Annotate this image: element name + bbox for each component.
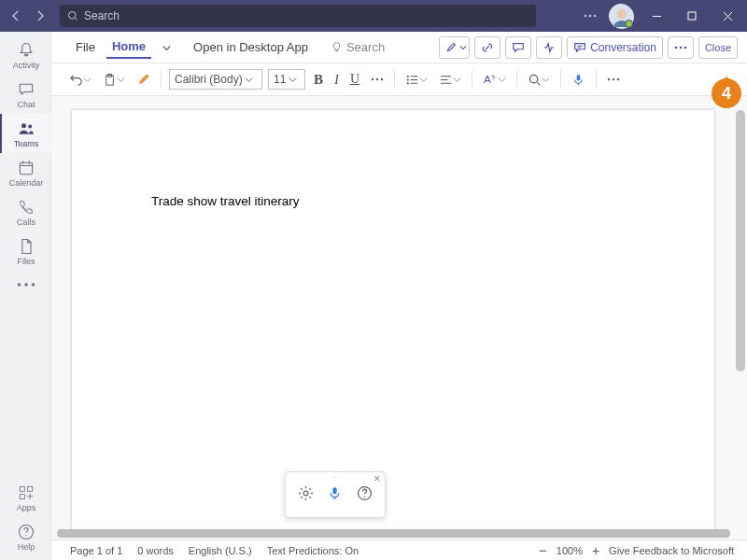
document-text[interactable]: Trade show travel itinerary bbox=[72, 110, 714, 208]
rail-calendar[interactable]: Calendar bbox=[0, 153, 51, 192]
zoom-level[interactable]: 100% bbox=[557, 545, 583, 556]
font-family-select[interactable]: Calibri (Body) bbox=[169, 69, 262, 90]
dictate-mic[interactable] bbox=[327, 485, 343, 505]
status-page[interactable]: Page 1 of 1 bbox=[70, 545, 122, 556]
rail-files[interactable]: Files bbox=[0, 231, 51, 271]
svg-point-1 bbox=[585, 15, 587, 18]
search-placeholder: Search bbox=[84, 9, 120, 22]
conversation-icon bbox=[573, 41, 586, 54]
more-options-icon[interactable] bbox=[575, 14, 605, 18]
rail-apps[interactable]: Apps bbox=[0, 478, 51, 517]
phone-icon bbox=[17, 198, 35, 217]
font-more-button[interactable] bbox=[368, 68, 387, 91]
rail-more[interactable] bbox=[0, 271, 51, 299]
paintbrush-icon bbox=[136, 73, 150, 87]
open-desktop-app[interactable]: Open in Desktop App bbox=[193, 40, 308, 54]
comments-button[interactable] bbox=[505, 36, 531, 59]
rail-teams[interactable]: Teams bbox=[0, 114, 51, 153]
status-bar: Page 1 of 1 0 words English (U.S.) Text … bbox=[51, 539, 747, 560]
svg-rect-6 bbox=[688, 12, 696, 20]
rail-chat[interactable]: Chat bbox=[0, 75, 51, 114]
find-in-doc[interactable]: Search bbox=[331, 40, 385, 54]
svg-point-18 bbox=[675, 46, 678, 49]
svg-point-28 bbox=[407, 82, 409, 84]
close-window-button[interactable] bbox=[712, 3, 743, 29]
find-button[interactable] bbox=[525, 68, 553, 91]
undo-button[interactable] bbox=[66, 68, 94, 91]
italic-button[interactable]: I bbox=[331, 68, 342, 91]
calendar-icon bbox=[17, 159, 35, 177]
status-language[interactable]: English (U.S.) bbox=[189, 545, 252, 556]
horizontal-scrollbar[interactable] bbox=[57, 529, 730, 538]
forward-button[interactable] bbox=[28, 4, 52, 28]
ribbon-more-button[interactable] bbox=[604, 68, 623, 91]
catchup-button[interactable] bbox=[536, 36, 562, 59]
link-icon bbox=[481, 41, 494, 54]
more-icon bbox=[17, 275, 35, 294]
font-size-select[interactable]: 11 bbox=[268, 69, 305, 90]
svg-point-10 bbox=[18, 283, 21, 287]
svg-point-5 bbox=[617, 9, 627, 19]
edit-mode-button[interactable] bbox=[439, 36, 470, 59]
pen-icon bbox=[445, 41, 458, 53]
activity-icon bbox=[543, 41, 556, 54]
svg-rect-36 bbox=[333, 487, 337, 494]
chevron-down-icon bbox=[117, 76, 125, 84]
conversation-button[interactable]: Conversation bbox=[567, 36, 663, 59]
align-button[interactable] bbox=[436, 68, 464, 91]
dictate-help[interactable] bbox=[357, 485, 373, 505]
svg-point-12 bbox=[32, 283, 35, 287]
svg-point-0 bbox=[69, 12, 77, 20]
rail-help[interactable]: Help bbox=[0, 517, 51, 556]
feedback-link[interactable]: Give Feedback to Microsoft bbox=[609, 545, 734, 556]
document-page[interactable]: Trade show travel itinerary bbox=[72, 110, 714, 535]
search-icon bbox=[67, 10, 78, 21]
back-button[interactable] bbox=[4, 4, 28, 28]
minimize-button[interactable] bbox=[641, 3, 672, 29]
rail-calls[interactable]: Calls bbox=[0, 192, 51, 231]
dictate-toolbar[interactable]: ⋯ ✕ bbox=[285, 471, 386, 518]
status-predictions[interactable]: Text Predictions: On bbox=[267, 545, 359, 556]
underline-button[interactable]: U bbox=[347, 68, 362, 91]
close-icon[interactable]: ✕ bbox=[374, 474, 381, 483]
close-button[interactable]: Close bbox=[698, 36, 738, 59]
chevron-down-icon bbox=[453, 76, 461, 84]
dictate-settings[interactable] bbox=[298, 485, 314, 505]
tab-home[interactable]: Home bbox=[106, 35, 151, 59]
bullets-button[interactable] bbox=[402, 68, 430, 91]
more-button[interactable] bbox=[668, 36, 694, 59]
styles-icon: A bbox=[483, 73, 498, 87]
doc-tabs: File Home Open in Desktop App Search bbox=[51, 32, 747, 63]
teams-icon bbox=[17, 119, 35, 138]
zoom-in-button[interactable]: + bbox=[592, 543, 599, 558]
dictate-button[interactable] bbox=[569, 68, 588, 91]
format-painter-button[interactable] bbox=[134, 68, 153, 91]
tab-more-chevron[interactable] bbox=[157, 36, 176, 58]
svg-point-32 bbox=[608, 78, 610, 80]
zoom-out-button[interactable]: − bbox=[539, 542, 547, 558]
link-button[interactable] bbox=[474, 36, 500, 59]
chevron-down-icon bbox=[459, 44, 467, 51]
vertical-scrollbar[interactable] bbox=[736, 110, 745, 371]
svg-rect-9 bbox=[20, 162, 32, 175]
svg-point-19 bbox=[680, 46, 683, 49]
status-words[interactable]: 0 words bbox=[137, 545, 174, 556]
bold-button[interactable]: B bbox=[311, 68, 326, 91]
svg-point-3 bbox=[594, 15, 597, 18]
chevron-down-icon bbox=[289, 76, 297, 84]
svg-rect-31 bbox=[577, 74, 581, 80]
styles-button[interactable]: A bbox=[480, 68, 509, 91]
presence-available-icon bbox=[625, 20, 633, 28]
svg-point-25 bbox=[381, 78, 383, 80]
svg-point-24 bbox=[376, 78, 378, 80]
paste-button[interactable] bbox=[100, 68, 128, 91]
rail-activity[interactable]: Activity bbox=[0, 35, 51, 75]
drag-handle-icon[interactable]: ⋯ bbox=[332, 474, 339, 482]
maximize-button[interactable] bbox=[676, 3, 708, 29]
comment-icon bbox=[512, 41, 525, 54]
titlebar: Search bbox=[0, 0, 747, 32]
chevron-down-icon bbox=[419, 76, 428, 84]
avatar[interactable] bbox=[609, 4, 633, 28]
search-input[interactable]: Search bbox=[60, 5, 536, 27]
tab-file[interactable]: File bbox=[70, 36, 101, 58]
